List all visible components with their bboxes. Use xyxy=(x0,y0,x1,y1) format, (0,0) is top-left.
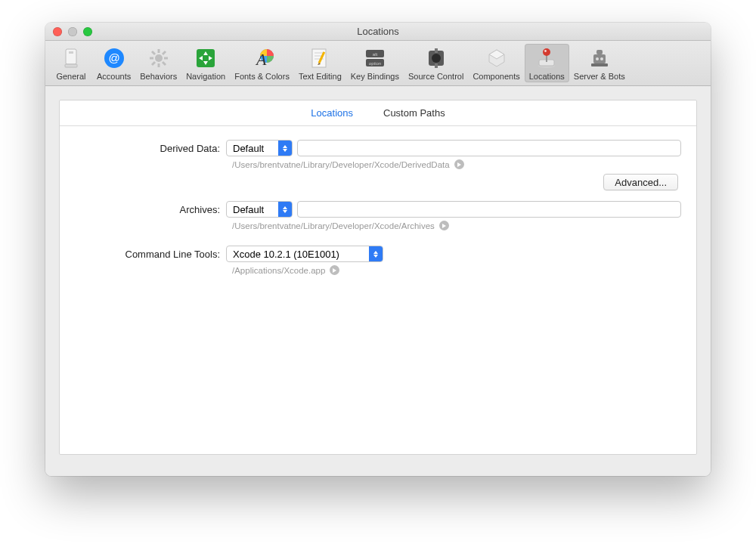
toolbar-label: Fonts & Colors xyxy=(234,72,290,81)
fonts-colors-icon: A xyxy=(249,47,275,70)
toolbar-item-key-bindings[interactable]: altoption Key Bindings xyxy=(346,44,404,82)
toolbar-label: General xyxy=(56,72,85,81)
window-title: Locations xyxy=(45,26,711,37)
toolbar-label: Server & Bots xyxy=(574,72,625,81)
svg-rect-2 xyxy=(65,64,77,67)
toolbar-item-general[interactable]: General xyxy=(50,44,92,82)
toolbar-label: Text Editing xyxy=(299,72,342,81)
key-bindings-icon: altoption xyxy=(362,47,388,70)
toolbar-label: Locations xyxy=(529,72,565,81)
svg-point-32 xyxy=(432,54,441,63)
toolbar-label: Navigation xyxy=(186,72,225,81)
svg-text:option: option xyxy=(369,61,381,66)
svg-text:@: @ xyxy=(108,51,119,64)
svg-line-13 xyxy=(152,62,155,65)
subtab-custom-paths[interactable]: Custom Paths xyxy=(383,107,445,119)
archives-label: Archives: xyxy=(75,204,226,215)
svg-text:alt: alt xyxy=(373,52,378,57)
svg-point-41 xyxy=(596,57,599,60)
locations-form: Derived Data: Default /Users/brentvatne/… xyxy=(60,126,696,295)
content-area: Locations Custom Paths Derived Data: Def… xyxy=(45,86,711,476)
text-editing-icon xyxy=(307,47,333,70)
toolbar-item-behaviors[interactable]: Behaviors xyxy=(135,44,181,82)
clt-select[interactable]: Xcode 10.2.1 (10E1001) xyxy=(226,246,383,262)
svg-point-39 xyxy=(544,50,547,52)
reveal-in-finder-icon[interactable] xyxy=(454,159,464,169)
derived-data-row: Derived Data: Default xyxy=(75,140,681,156)
derived-data-path-input[interactable] xyxy=(297,140,681,156)
preferences-toolbar: General @ Accounts Behaviors Navigation xyxy=(45,41,711,86)
components-icon xyxy=(484,47,510,70)
svg-line-12 xyxy=(163,51,166,54)
svg-point-38 xyxy=(543,48,550,56)
toolbar-item-server-bots[interactable]: Server & Bots xyxy=(569,44,630,82)
svg-point-42 xyxy=(600,57,603,60)
behaviors-icon xyxy=(146,47,172,70)
svg-rect-44 xyxy=(591,63,608,66)
toolbar-label: Source Control xyxy=(408,72,463,81)
archives-value: Default xyxy=(233,204,264,215)
clt-value: Xcode 10.2.1 (10E1001) xyxy=(233,249,339,260)
general-icon xyxy=(58,47,84,70)
svg-rect-43 xyxy=(596,50,603,54)
svg-text:A: A xyxy=(255,50,267,69)
reveal-in-finder-icon[interactable] xyxy=(330,265,339,275)
toolbar-label: Components xyxy=(472,72,519,81)
svg-rect-1 xyxy=(69,51,73,54)
accounts-icon: @ xyxy=(101,47,127,70)
archives-row: Archives: Default xyxy=(75,201,681,218)
clt-row: Command Line Tools: Xcode 10.2.1 (10E100… xyxy=(75,246,681,262)
derived-data-label: Derived Data: xyxy=(75,143,226,154)
preferences-window: Locations General @ Accounts Behavio xyxy=(45,23,711,476)
server-bots-icon xyxy=(587,47,612,70)
toolbar-item-text-editing[interactable]: Text Editing xyxy=(294,44,346,82)
archives-path-line: /Users/brentvatne/Library/Developer/Xcod… xyxy=(75,221,681,230)
navigation-icon xyxy=(193,47,218,70)
toolbar-item-components[interactable]: Components xyxy=(468,44,524,82)
source-control-icon xyxy=(423,47,449,70)
svg-line-10 xyxy=(152,51,155,54)
archives-path: /Users/brentvatne/Library/Developer/Xcod… xyxy=(232,221,435,230)
toolbar-label: Behaviors xyxy=(140,72,177,81)
locations-icon xyxy=(534,47,559,70)
toolbar-item-navigation[interactable]: Navigation xyxy=(181,44,230,82)
archives-select[interactable]: Default xyxy=(226,201,293,218)
subtabs: Locations Custom Paths xyxy=(60,100,696,126)
derived-data-path-line: /Users/brentvatne/Library/Developer/Xcod… xyxy=(75,159,681,169)
subtab-locations[interactable]: Locations xyxy=(311,107,353,119)
toolbar-item-locations[interactable]: Locations xyxy=(525,44,569,82)
derived-data-path: /Users/brentvatne/Library/Developer/Xcod… xyxy=(232,160,450,169)
clt-path-line: /Applications/Xcode.app xyxy=(75,265,681,275)
reveal-in-finder-icon[interactable] xyxy=(439,221,449,230)
svg-rect-33 xyxy=(435,48,438,53)
clt-label: Command Line Tools: xyxy=(75,249,226,260)
toolbar-item-fonts-colors[interactable]: A Fonts & Colors xyxy=(230,44,294,82)
derived-data-value: Default xyxy=(233,143,264,154)
select-arrow-icon xyxy=(369,246,383,261)
svg-rect-34 xyxy=(435,63,438,68)
toolbar-item-accounts[interactable]: @ Accounts xyxy=(92,44,135,82)
locations-panel: Locations Custom Paths Derived Data: Def… xyxy=(59,100,697,455)
toolbar-label: Key Bindings xyxy=(351,72,399,81)
advanced-button[interactable]: Advanced... xyxy=(603,174,678,190)
clt-path: /Applications/Xcode.app xyxy=(232,266,325,275)
select-arrow-icon xyxy=(278,202,292,217)
select-arrow-icon xyxy=(278,141,292,156)
toolbar-item-source-control[interactable]: Source Control xyxy=(404,44,468,82)
derived-data-select[interactable]: Default xyxy=(226,140,293,156)
titlebar: Locations xyxy=(45,23,711,41)
svg-line-11 xyxy=(163,62,166,65)
toolbar-label: Accounts xyxy=(97,72,131,81)
svg-point-5 xyxy=(155,54,163,62)
svg-rect-40 xyxy=(593,54,606,63)
archives-path-input[interactable] xyxy=(297,201,681,218)
